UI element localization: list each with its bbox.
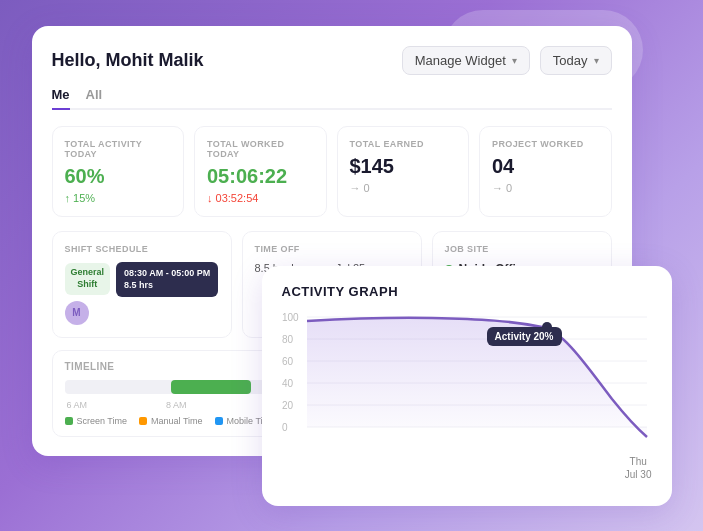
avatar: M	[65, 301, 89, 325]
timeline-title: TIMELINE	[65, 361, 115, 372]
greeting-text: Hello, Mohit Malik	[52, 50, 204, 71]
header-controls: Manage Widget ▾ Today ▾	[402, 46, 612, 75]
legend-dot-mobile	[215, 417, 223, 425]
svg-text:0: 0	[282, 422, 288, 433]
shift-schedule-label: SHIFT SCHEDULE	[65, 244, 219, 254]
legend-dot-manual	[139, 417, 147, 425]
dashboard-header: Hello, Mohit Malik Manage Widget ▾ Today…	[52, 46, 612, 75]
job-site-label: JOB SITE	[445, 244, 599, 254]
tab-me[interactable]: Me	[52, 87, 70, 110]
timeline-bar-green-1	[171, 380, 251, 394]
stat-card-total-activity: TOTAL ACTIVITY TODAY 60% ↑ 15%	[52, 126, 185, 217]
graph-area: Activity 20% 100 80 60 40 20 0	[282, 309, 652, 469]
svg-text:80: 80	[282, 334, 294, 345]
legend-manual-time: Manual Time	[139, 416, 203, 426]
chevron-down-icon: ▾	[594, 55, 599, 66]
stat-sub-worked: ↓ 03:52:54	[207, 192, 314, 204]
shift-row: General Shift 08:30 AM - 05:00 PM 8.5 hr…	[65, 262, 219, 297]
tab-bar: Me All	[52, 87, 612, 110]
time-off-label: TIME OFF	[255, 244, 409, 254]
stat-value-earned: $145	[350, 155, 457, 178]
stat-card-project-worked: PROJECT WORKED 04 → 0	[479, 126, 612, 217]
activity-graph-svg: 100 80 60 40 20 0	[282, 309, 652, 449]
stat-value-activity: 60%	[65, 165, 172, 188]
stat-sub-earned: → 0	[350, 182, 457, 194]
legend-screen-time: Screen Time	[65, 416, 128, 426]
stat-card-total-earned: TOTAL EARNED $145 → 0	[337, 126, 470, 217]
stat-label-worked: TOTAL WORKED TODAY	[207, 139, 314, 159]
tab-all[interactable]: All	[86, 87, 103, 108]
tick-6am: 6 AM	[67, 400, 88, 410]
graph-x-labels: Thu Jul 30	[282, 455, 652, 481]
svg-text:60: 60	[282, 356, 294, 367]
shift-schedule-card: SHIFT SCHEDULE General Shift 08:30 AM - …	[52, 231, 232, 338]
shift-badge: General Shift	[65, 263, 111, 294]
tick-8am: 8 AM	[166, 400, 187, 410]
stat-label-earned: TOTAL EARNED	[350, 139, 457, 149]
activity-graph-card: ACTIVITY GRAPH Activity 20% 100 80 60 40…	[262, 266, 672, 506]
stat-label-activity: TOTAL ACTIVITY TODAY	[65, 139, 172, 159]
stat-value-project: 04	[492, 155, 599, 178]
svg-text:40: 40	[282, 378, 294, 389]
activity-tooltip: Activity 20%	[487, 327, 562, 346]
svg-text:20: 20	[282, 400, 294, 411]
svg-text:100: 100	[282, 312, 299, 323]
stats-row: TOTAL ACTIVITY TODAY 60% ↑ 15% TOTAL WOR…	[52, 126, 612, 217]
stat-sub-activity: ↑ 15%	[65, 192, 172, 204]
activity-graph-title: ACTIVITY GRAPH	[282, 284, 652, 299]
stat-value-worked: 05:06:22	[207, 165, 314, 188]
manage-widget-button[interactable]: Manage Widget ▾	[402, 46, 530, 75]
today-dropdown-button[interactable]: Today ▾	[540, 46, 612, 75]
legend-dot-screen	[65, 417, 73, 425]
stat-label-project: PROJECT WORKED	[492, 139, 599, 149]
chevron-down-icon: ▾	[512, 55, 517, 66]
x-label-date: Thu Jul 30	[625, 455, 652, 481]
stat-sub-project: → 0	[492, 182, 599, 194]
shift-time-card: 08:30 AM - 05:00 PM 8.5 hrs	[116, 262, 218, 297]
stat-card-total-worked: TOTAL WORKED TODAY 05:06:22 ↓ 03:52:54	[194, 126, 327, 217]
